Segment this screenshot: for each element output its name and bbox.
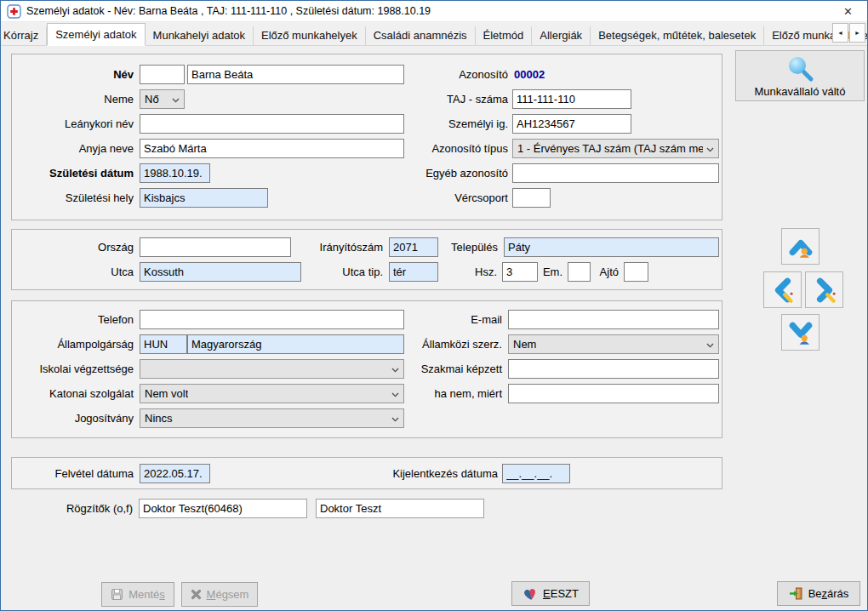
title-bar: Személyi adatok - Név: Barna Beáta , TAJ… [1, 1, 867, 22]
tab-elozo-munkahelyek[interactable]: Előző munkahelyek [254, 26, 366, 45]
prev-record-button[interactable] [763, 271, 802, 308]
dates-group: Felvétel dátuma Kijelentkezés dátuma [11, 457, 722, 489]
admission-date-field[interactable] [140, 464, 210, 483]
admission-date-label: Felvétel dátuma [12, 464, 134, 483]
tab-csaladi-anamnezis[interactable]: Családi anamnézis [366, 26, 476, 45]
tab-szemelyi-adatok[interactable]: Személyi adatok [47, 23, 145, 46]
id-type-label: Azonosító típus [318, 139, 508, 158]
tab-betegsegek[interactable]: Betegségek, műtétek, balesetek [591, 26, 764, 45]
street-type-label: Utca tip. [267, 262, 383, 282]
birth-date-field[interactable] [140, 163, 210, 183]
birth-place-field[interactable] [140, 188, 268, 208]
tab-bar: Kórrajz Személyi adatok Munkahelyi adato… [1, 22, 867, 46]
tab-korrajz[interactable]: Kórrajz [0, 26, 47, 45]
arrow-left-pencil-icon [768, 276, 797, 305]
street-type-field[interactable] [389, 262, 438, 282]
license-value: Nincs [145, 412, 173, 425]
country-label: Ország [12, 237, 134, 257]
arrow-right-pencil-icon [810, 276, 839, 305]
tab-eletmod[interactable]: Életmód [476, 26, 533, 45]
zip-label: Irányítószám [267, 237, 383, 257]
floor-label: Em. [538, 262, 562, 282]
door-label: Ajtó [591, 262, 619, 282]
license-label: Jogosítvány [12, 408, 134, 428]
close-window-label: Bezárás [808, 587, 849, 600]
worker-switch-label: Munkavállaló váltó [755, 85, 846, 98]
chevron-down-icon [391, 417, 399, 422]
eeszt-label: EESZT [543, 587, 579, 600]
save-label: Mentés [128, 588, 165, 601]
phone-label: Telefon [12, 310, 134, 329]
city-label: Település [395, 237, 498, 257]
taj-field[interactable] [512, 89, 631, 109]
close-icon: ✕ [843, 5, 853, 18]
id-type-value: 1 - Érvényes TAJ szám (TAJ szám mező [517, 142, 703, 155]
eeszt-heart-icon [523, 586, 538, 602]
recorder-field-2[interactable] [316, 499, 484, 518]
mother-name-label: Anyja neve [12, 139, 134, 158]
tab-scroll-right-icon[interactable]: ► [849, 23, 865, 43]
name-prefix-field[interactable] [140, 65, 185, 84]
name-label: Név [12, 65, 134, 84]
tab-munkahelyi-adatok[interactable]: Munkahelyi adatok [146, 26, 254, 45]
id-label: Azonosító [318, 65, 508, 84]
professional-field[interactable] [508, 359, 719, 379]
tab-scroll-left-icon[interactable]: ◄ [832, 23, 848, 43]
citizenship-code-field[interactable] [140, 334, 187, 354]
floor-field[interactable] [568, 262, 591, 282]
email-label: E-mail [352, 310, 502, 329]
professional-label: Szakmai képzett [352, 359, 502, 379]
save-icon [111, 588, 123, 601]
military-value: Nem volt [145, 387, 188, 400]
street-label: Utca [12, 262, 134, 282]
app-medical-icon [7, 4, 21, 19]
id-type-combo[interactable]: 1 - Érvényes TAJ szám (TAJ szám mező [512, 139, 719, 158]
prev-person-button[interactable] [781, 228, 819, 265]
house-number-field[interactable] [502, 262, 538, 282]
if-not-why-label: ha nem, miért [352, 384, 502, 403]
gender-value: Nő [145, 93, 159, 106]
recorder-field-1[interactable] [139, 499, 307, 518]
exit-door-icon [789, 586, 803, 601]
tab-scroll-buttons: ◄ ► [831, 23, 865, 43]
taj-label: TAJ - száma [318, 89, 508, 109]
email-field[interactable] [508, 310, 719, 329]
cancel-button[interactable]: Mégsem [181, 582, 258, 607]
city-field[interactable] [504, 237, 719, 257]
checkout-date-field[interactable] [502, 464, 570, 483]
license-combo[interactable]: Nincs [140, 408, 404, 428]
chevron-down-icon [706, 343, 714, 348]
tab-allergiak[interactable]: Allergiák [532, 26, 591, 45]
checkout-date-label: Kijelentkezés dátuma [369, 464, 498, 483]
eeszt-button[interactable]: EESZT [511, 581, 590, 606]
blood-type-field[interactable] [512, 188, 551, 208]
chevron-down-icon [172, 98, 180, 103]
house-number-label: Hsz. [454, 262, 497, 282]
other-id-label: Egyéb azonosító [318, 163, 508, 183]
search-icon [785, 54, 815, 85]
interstate-value: Nem [513, 338, 536, 351]
address-group: Ország Irányítószám Település Utca Utca … [11, 229, 722, 290]
close-button[interactable]: ✕ [829, 1, 867, 21]
if-not-why-field[interactable] [508, 384, 719, 403]
personal-id-label: Személyi ig. [318, 114, 508, 134]
chevron-down-icon [706, 147, 714, 152]
military-label: Katonai szolgálat [12, 384, 134, 403]
interstate-combo[interactable]: Nem [508, 334, 719, 354]
citizenship-label: Állampolgárság [12, 334, 134, 354]
personal-id-field[interactable] [512, 114, 631, 134]
worker-switch-button[interactable]: Munkavállaló váltó [735, 50, 865, 101]
identity-group: Név Neme Nő Leánykori név Anyja neve Szü… [11, 54, 722, 220]
save-button[interactable]: Mentés [101, 582, 174, 607]
next-record-button[interactable] [805, 271, 843, 308]
door-field[interactable] [624, 262, 648, 282]
gender-combo[interactable]: Nő [140, 89, 185, 109]
recorders-label: Rögzítők (o,f) [11, 499, 133, 518]
interstate-label: Államközi szerz. [352, 334, 502, 354]
blood-type-label: Vércsoport [318, 188, 508, 208]
id-value: 00002 [514, 65, 545, 84]
education-label: Iskolai végzettsége [12, 359, 134, 379]
next-person-button[interactable] [781, 314, 819, 351]
other-id-field[interactable] [512, 163, 719, 183]
close-window-button[interactable]: Bezárás [777, 581, 860, 606]
